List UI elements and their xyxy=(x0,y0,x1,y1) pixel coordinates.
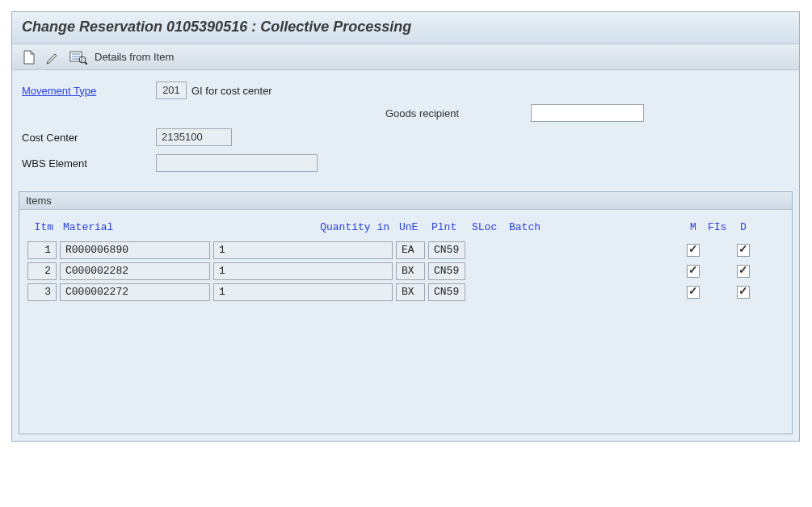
items-body: Itm Material Quantity in UnE Plnt SLoc B… xyxy=(19,210,792,434)
checkbox-m[interactable] xyxy=(687,286,700,299)
table-row: 2C0000022821BXCN59 xyxy=(24,262,787,283)
goods-recipient-field[interactable] xyxy=(531,104,644,122)
col-une: UnE xyxy=(396,220,425,235)
col-itm: Itm xyxy=(27,220,57,235)
items-panel-title: Items xyxy=(19,192,792,210)
table-row: 1R0000068901EACN59 xyxy=(24,241,787,262)
title-bar: Change Reservation 0105390516 : Collecti… xyxy=(12,12,799,44)
cell-itm: 3 xyxy=(27,283,57,301)
cell-material[interactable]: C000002282 xyxy=(60,262,210,280)
checkbox-m[interactable] xyxy=(687,265,700,278)
col-material: Material xyxy=(60,220,210,235)
cell-itm: 2 xyxy=(27,262,57,280)
table-row: 3C0000022721BXCN59 xyxy=(24,283,787,304)
checkbox-d-wrap xyxy=(735,265,751,278)
cost-center-label: Cost Center xyxy=(22,132,156,144)
cell-quantity[interactable]: 1 xyxy=(213,262,393,280)
col-plnt: Plnt xyxy=(428,220,465,235)
col-sloc: SLoc xyxy=(469,220,503,235)
cost-center-field[interactable]: 2135100 xyxy=(156,128,232,146)
cell-material[interactable]: C000002272 xyxy=(60,283,210,301)
toolbar: Details from Item xyxy=(12,44,799,70)
cell-une[interactable]: EA xyxy=(396,241,425,259)
checkbox-m-wrap xyxy=(685,265,701,278)
details-from-item-button[interactable]: Details from Item xyxy=(95,51,174,63)
col-fis: FIs xyxy=(705,220,732,235)
movement-type-text: GI for cost center xyxy=(191,85,272,97)
new-document-icon[interactable] xyxy=(20,48,38,66)
goods-recipient-label: Goods recipient xyxy=(385,107,531,119)
checkbox-m-wrap xyxy=(685,286,701,299)
wbs-element-label: WBS Element xyxy=(22,157,156,170)
cell-une[interactable]: BX xyxy=(396,283,425,301)
cell-une[interactable]: BX xyxy=(396,262,425,280)
checkbox-d[interactable] xyxy=(737,286,750,299)
col-quantity: Quantity in xyxy=(213,220,393,235)
page-title: Change Reservation 0105390516 : Collecti… xyxy=(22,19,411,35)
cell-quantity[interactable]: 1 xyxy=(213,283,393,301)
movement-type-code-field[interactable]: 201 xyxy=(156,82,187,99)
edit-pencil-icon[interactable] xyxy=(44,48,62,66)
svg-line-5 xyxy=(85,62,87,65)
movement-type-label[interactable]: Movement Type xyxy=(22,85,156,97)
cell-itm: 1 xyxy=(27,241,57,259)
wbs-element-field[interactable] xyxy=(156,154,318,172)
checkbox-m[interactable] xyxy=(687,244,700,257)
checkbox-d-wrap xyxy=(735,286,751,299)
checkbox-d[interactable] xyxy=(737,244,750,257)
cell-plnt[interactable]: CN59 xyxy=(428,262,465,280)
header-area: Movement Type 201 GI for cost center Goo… xyxy=(12,70,799,185)
checkbox-d-wrap xyxy=(735,244,751,257)
items-panel: Items Itm Material Quantity in UnE Plnt … xyxy=(19,191,793,434)
cell-material[interactable]: R000006890 xyxy=(60,241,210,259)
checkbox-m-wrap xyxy=(685,244,701,257)
reservation-window: Change Reservation 0105390516 : Collecti… xyxy=(11,11,800,442)
items-column-headings: Itm Material Quantity in UnE Plnt SLoc B… xyxy=(24,215,787,241)
col-d: D xyxy=(735,220,751,235)
cell-plnt[interactable]: CN59 xyxy=(428,283,465,301)
col-m: M xyxy=(685,220,701,235)
cell-quantity[interactable]: 1 xyxy=(213,241,393,259)
details-icon[interactable] xyxy=(69,48,88,66)
col-batch: Batch xyxy=(506,220,682,235)
cell-plnt[interactable]: CN59 xyxy=(428,241,465,259)
checkbox-d[interactable] xyxy=(737,265,750,278)
